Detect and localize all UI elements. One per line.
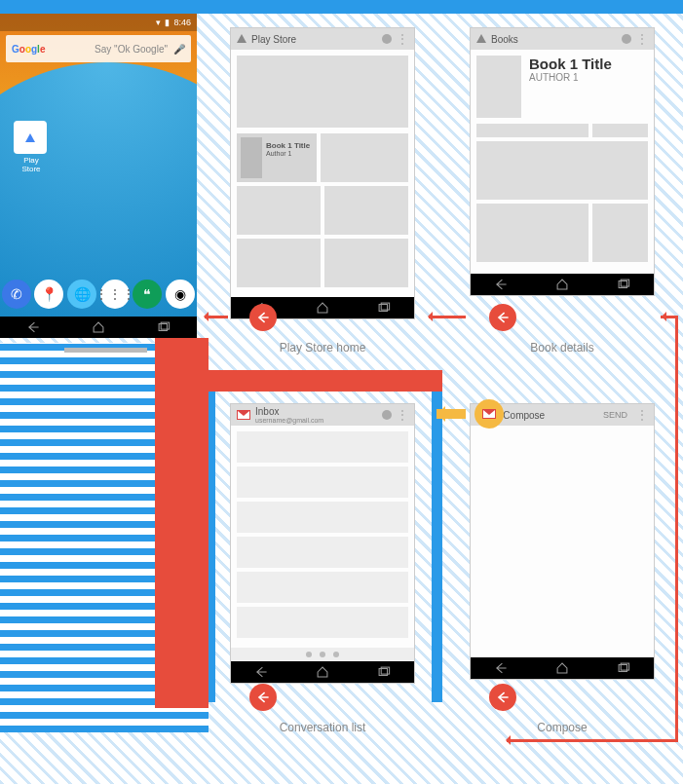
gold-arrow — [436, 409, 466, 419]
app-icon-label: Play Store — [21, 156, 40, 173]
books-header: Books ⋮ — [471, 28, 654, 50]
back-highlight-play-store — [249, 304, 277, 331]
compose-caption: Compose — [470, 721, 655, 734]
card-placeholder — [324, 186, 408, 235]
google-search-bar[interactable]: Google Say "Ok Google" 🎤 — [6, 35, 191, 62]
card-placeholder — [237, 239, 321, 287]
books-caption: Book details — [470, 341, 655, 355]
browser-icon[interactable]: 🌐 — [67, 280, 96, 309]
play-store-mock: Play Store ⋮ Book 1 Title Author 1 — [230, 27, 415, 319]
play-store-icon — [237, 34, 247, 45]
mic-icon[interactable]: 🎤 — [173, 44, 185, 55]
wifi-icon: ▾ — [156, 18, 161, 27]
placeholder — [592, 204, 648, 262]
books-header-title: Books — [491, 34, 617, 45]
nav-recents-icon[interactable] — [377, 301, 391, 315]
phone-icon[interactable]: ✆ — [2, 280, 31, 309]
mock-nav-bar — [471, 657, 654, 679]
play-store-body: Book 1 Title Author 1 — [231, 50, 414, 297]
nav-home-icon[interactable] — [316, 301, 329, 315]
nav-recents-icon[interactable] — [617, 661, 630, 675]
system-nav-bar — [0, 317, 197, 338]
book-author: AUTHOR 1 — [529, 72, 612, 83]
book-card-author: Author 1 — [266, 150, 310, 157]
compose-mock: ‹ Compose SEND ⋮ — [470, 403, 655, 680]
nav-back-icon[interactable] — [494, 278, 508, 291]
google-logo: Google — [12, 44, 45, 55]
nav-back-icon[interactable] — [494, 661, 508, 675]
search-hint: Say "Ok Google" — [95, 44, 168, 55]
top-blue-bar — [0, 0, 683, 14]
book-card[interactable]: Book 1 Title Author 1 — [237, 133, 317, 182]
hangouts-icon[interactable]: ❝ — [133, 280, 162, 309]
phone-home-screen: ▾ ▮ 8:46 Google Say "Ok Google" 🎤 Play S… — [0, 14, 197, 338]
flow-arrow — [429, 316, 466, 318]
apps-icon[interactable]: ⋮⋮⋮ — [100, 280, 130, 309]
play-store-title: Play Store — [251, 34, 377, 45]
book-card-title: Book 1 Title — [266, 141, 310, 150]
send-button[interactable]: SEND — [603, 410, 627, 420]
status-bar: ▾ ▮ 8:46 — [0, 14, 197, 31]
nav-back-icon[interactable] — [26, 320, 40, 334]
header-dot-icon[interactable] — [382, 34, 392, 44]
overflow-menu-icon[interactable]: ⋮ — [636, 409, 648, 421]
compose-header-title: Compose — [503, 410, 598, 421]
flow-arrow — [205, 316, 228, 318]
back-highlight-books — [489, 304, 516, 331]
main-flow-red-block — [155, 338, 209, 708]
phone-speaker-bar — [64, 348, 147, 353]
book-cover — [476, 56, 521, 118]
flow-connector — [507, 739, 678, 742]
book-title: Book 1 Title — [529, 56, 612, 72]
nav-recents-icon[interactable] — [617, 278, 630, 291]
gmail-icon — [482, 409, 496, 419]
books-body: Book 1 Title AUTHOR 1 — [471, 50, 654, 274]
play-store-caption: Play Store home — [230, 341, 415, 355]
mock-nav-bar — [471, 274, 654, 295]
gmail-highlight-badge — [474, 399, 504, 429]
inbox-caption: Conversation list — [230, 721, 415, 734]
hero-placeholder — [237, 56, 408, 128]
main-flow-red-block-top — [155, 370, 442, 392]
books-icon — [476, 34, 486, 45]
nav-home-icon[interactable] — [92, 320, 105, 334]
play-store-header: Play Store ⋮ — [231, 28, 414, 50]
card-placeholder — [321, 133, 408, 182]
placeholder — [476, 124, 588, 137]
flow-arrow — [663, 316, 676, 318]
header-dot-icon[interactable] — [622, 34, 631, 44]
play-store-app-icon[interactable]: Play Store — [14, 121, 49, 168]
card-placeholder — [237, 186, 321, 235]
overflow-menu-icon[interactable]: ⋮ — [397, 33, 408, 45]
placeholder — [592, 124, 648, 137]
nav-recents-icon[interactable] — [157, 320, 171, 334]
flow-arrowhead — [501, 735, 511, 745]
overflow-menu-icon[interactable]: ⋮ — [636, 33, 648, 45]
blue-frame — [205, 381, 442, 702]
books-mock: Books ⋮ Book 1 Title AUTHOR 1 — [470, 27, 655, 296]
maps-icon[interactable]: 📍 — [34, 280, 63, 309]
nav-home-icon[interactable] — [555, 661, 569, 675]
placeholder — [476, 141, 648, 200]
placeholder — [476, 204, 588, 262]
back-highlight-inbox — [249, 684, 277, 711]
card-placeholder — [324, 239, 408, 287]
flow-connector — [661, 316, 678, 742]
compose-body[interactable] — [471, 426, 654, 657]
chrome-icon[interactable]: ◉ — [166, 280, 195, 309]
back-highlight-compose — [489, 684, 516, 711]
signal-icon: ▮ — [165, 18, 170, 27]
nav-home-icon[interactable] — [555, 278, 569, 291]
book-thumb — [241, 137, 262, 178]
status-time: 8:46 — [173, 18, 191, 27]
dock: ✆ 📍 🌐 ⋮⋮⋮ ❝ ◉ — [0, 274, 197, 315]
